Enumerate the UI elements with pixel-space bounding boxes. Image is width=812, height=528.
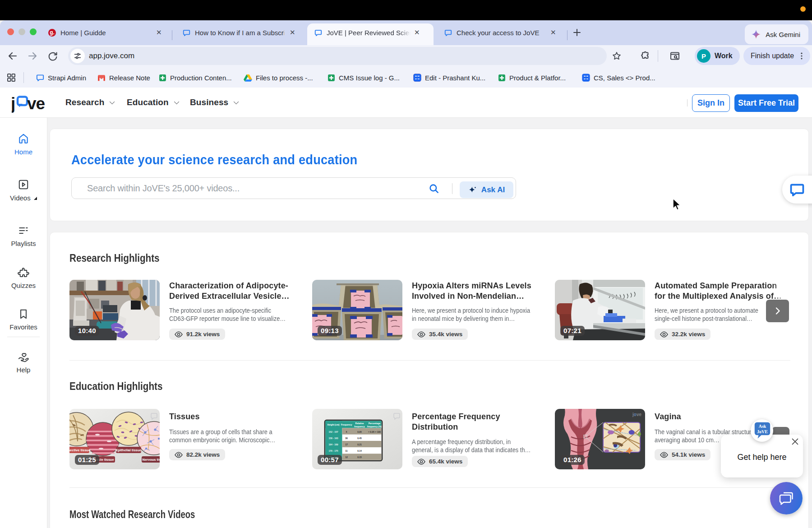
- svg-text:ve: ve: [27, 94, 45, 113]
- svg-text:JoVE: JoVE: [757, 429, 768, 434]
- svg-text:164 - 169: 164 - 169: [328, 443, 338, 446]
- svg-text:0.14: 0.14: [357, 449, 362, 452]
- svg-text:frequency: frequency: [354, 426, 365, 428]
- svg-text:Percentage: Percentage: [369, 422, 381, 425]
- svg-text:Nervous tiss: Nervous tiss: [142, 458, 160, 462]
- svg-text:12: 12: [345, 456, 348, 459]
- svg-text:Epithelial tissue: Epithelial tissue: [115, 448, 141, 452]
- svg-text:0.21: 0.21: [357, 443, 362, 446]
- svg-text:4: 4: [346, 431, 347, 433]
- svg-text:0.45: 0.45: [357, 437, 362, 440]
- svg-text:jove: jove: [632, 412, 641, 417]
- svg-text:36: 36: [345, 437, 348, 440]
- svg-text:frequency (%): frequency (%): [367, 426, 382, 428]
- svg-text:Relative: Relative: [355, 422, 364, 425]
- svg-text:Ask: Ask: [759, 424, 766, 429]
- svg-text:0.05: 0.05: [357, 431, 362, 433]
- svg-text:Height (cm): Height (cm): [328, 424, 340, 426]
- svg-text:11: 11: [345, 449, 348, 452]
- svg-text:nnective tissue: nnective tissue: [69, 448, 90, 452]
- svg-text:152 - 157: 152 - 157: [328, 431, 338, 433]
- svg-text:0.15: 0.15: [357, 456, 362, 459]
- svg-text:j: j: [12, 94, 15, 113]
- svg-text:Frequency: Frequency: [341, 424, 352, 426]
- svg-text:17: 17: [345, 443, 348, 446]
- svg-text:158 - 163: 158 - 163: [328, 437, 338, 440]
- svg-text:170 - 175: 170 - 175: [328, 449, 338, 452]
- svg-text:= 0.05 × 100: = 0.05 × 100: [368, 431, 381, 433]
